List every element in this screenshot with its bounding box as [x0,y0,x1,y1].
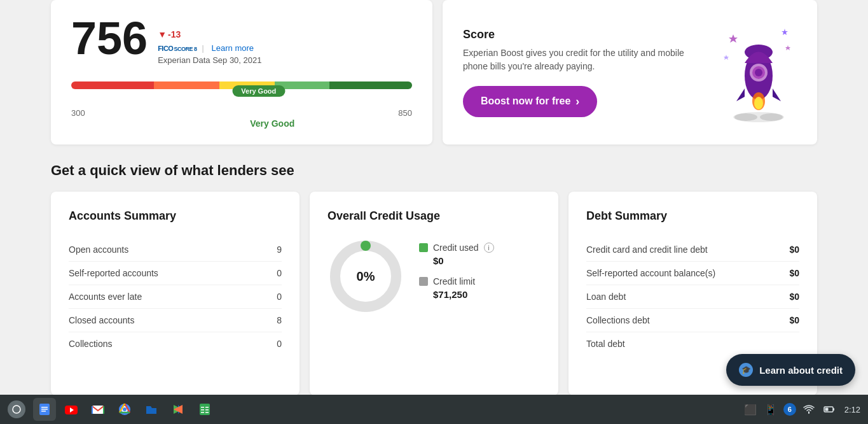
row-value: $0 [789,315,799,325]
taskbar-app-play[interactable] [167,398,189,421]
score-change-value: -13 [168,29,181,39]
taskbar-app-files[interactable] [140,398,163,421]
svg-point-8 [755,69,762,76]
row-label: Collections debt [586,315,650,325]
rocket-illustration [720,28,797,117]
table-row: Loan debt $0 [586,285,799,309]
donut-chart: 0% [327,238,404,314]
credit-limit-color [419,277,428,286]
taskbar-app-chrome[interactable] [113,398,136,421]
table-row: Total debt [586,332,799,355]
svg-rect-19 [41,409,48,410]
table-row: Open accounts 9 [69,238,282,262]
table-row: Self-reported account balance(s) $0 [586,262,799,285]
credit-used-info-icon[interactable]: i [484,243,494,253]
taskbar-app-gmail[interactable] [86,398,109,421]
donut-percentage: 0% [357,269,375,284]
svg-rect-33 [201,409,204,411]
credit-usage-title: Overall Credit Usage [327,209,541,223]
credit-usage-card: Overall Credit Usage 0% Credit used i [310,192,558,395]
row-value: $0 [789,292,799,302]
accounts-summary-card: Accounts Summary Open accounts 9 Self-re… [51,192,300,395]
credit-score-value: 756 [71,13,148,64]
taskbar-app-youtube[interactable] [60,398,83,421]
svg-rect-31 [201,407,204,408]
learn-credit-icon: 🎓 [739,363,753,377]
taskbar-launcher[interactable] [8,400,25,418]
svg-marker-0 [729,34,738,43]
section-title: Get a quick view of what lenders see [51,162,817,179]
debt-rows: Credit card and credit line debt $0 Self… [586,238,799,355]
row-label: Loan debt [586,292,626,302]
row-label: Total debt [586,339,625,349]
svg-rect-35 [201,412,204,413]
score-rating-label: Very Good [250,118,294,129]
credit-used-label: Credit used [433,243,479,253]
phone-tray-icon[interactable]: 📱 [763,402,778,417]
table-row: Collections debt $0 [586,309,799,332]
row-value: 8 [277,315,282,325]
svg-rect-34 [205,409,209,411]
row-value: $0 [789,268,799,278]
svg-point-10 [754,97,763,110]
battery-icon[interactable] [822,402,837,417]
boost-description: Experian Boost gives you credit for the … [463,46,705,73]
table-row: Accounts ever late 0 [69,285,282,309]
row-label: Accounts ever late [69,292,142,302]
boost-arrow-icon: › [575,95,579,108]
score-bar-orange [154,81,220,89]
svg-point-13 [760,113,783,121]
row-value: 0 [277,292,282,302]
fico-logo: FICOSCORE 8 [158,45,196,52]
svg-rect-18 [41,407,48,408]
learn-more-link[interactable]: Learn more [212,43,254,53]
taskbar-time: 2:12 [844,405,860,414]
svg-rect-36 [205,412,209,413]
screenshot-tray-icon[interactable]: ⬛ [743,402,758,417]
table-row: Credit card and credit line debt $0 [586,238,799,262]
boost-now-button[interactable]: Boost now for free › [463,86,597,117]
battery-badge: 6 [783,403,796,416]
credit-used-color [419,243,428,252]
svg-marker-1 [782,29,788,35]
credit-limit-label: Credit limit [433,276,475,286]
score-card: 756 ▼ -13 FICOSCORE 8 | Learn more Exper [51,0,432,145]
score-change-arrow: ▼ [158,29,167,39]
score-max: 850 [398,108,412,118]
table-row: Closed accounts 8 [69,309,282,332]
boost-title: Score [463,28,705,41]
svg-point-16 [13,406,20,413]
row-value: 0 [277,339,282,349]
row-value: $0 [789,244,799,255]
score-bar-red [71,81,154,89]
taskbar-app-docs[interactable] [33,398,56,421]
experian-date: Experian Data Sep 30, 2021 [158,55,261,65]
row-label: Open accounts [69,244,128,255]
score-min: 300 [71,108,85,118]
score-bar-dark-green [329,81,412,89]
svg-rect-20 [41,411,46,412]
taskbar-app-sheets[interactable] [193,398,216,421]
table-row: Collections 0 [69,332,282,355]
score-rating-pill: Very Good [232,85,285,97]
row-value: 9 [277,244,282,255]
row-label: Self-reported accounts [69,268,158,278]
credit-used-value: $0 [433,255,541,266]
row-value: 0 [277,268,282,278]
accounts-summary-title: Accounts Summary [69,209,282,223]
learn-about-credit-button[interactable]: 🎓 Learn about credit [726,354,855,386]
boost-card: Score Experian Boost gives you credit fo… [443,0,817,145]
debt-summary-title: Debt Summary [586,209,799,223]
row-label: Credit card and credit line debt [586,244,708,255]
svg-point-26 [123,407,127,411]
accounts-summary-rows: Open accounts 9 Self-reported accounts 0… [69,238,282,355]
svg-marker-3 [724,55,729,60]
wifi-icon[interactable] [801,402,816,417]
svg-rect-38 [825,408,828,411]
row-label: Closed accounts [69,315,135,325]
table-row: Self-reported accounts 0 [69,262,282,285]
svg-point-12 [734,113,757,121]
row-label: Collections [69,339,112,349]
row-label: Self-reported account balance(s) [586,268,715,278]
svg-rect-32 [205,407,209,408]
